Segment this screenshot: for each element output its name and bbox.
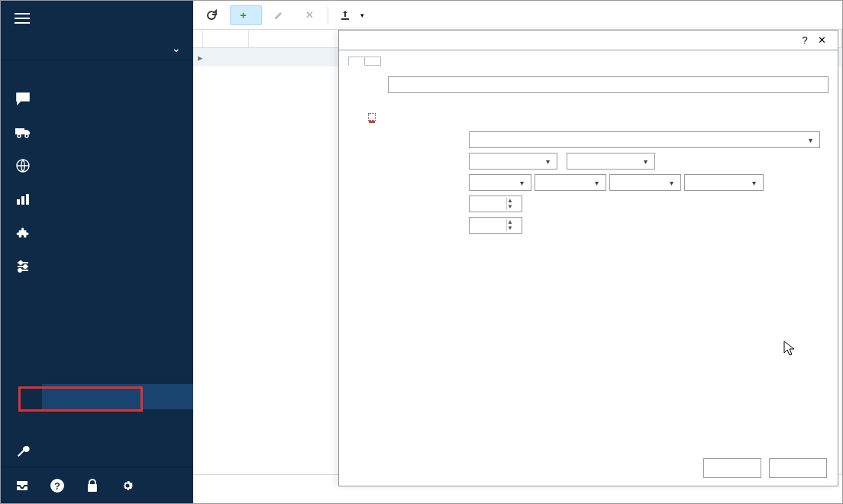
svg-rect-0 [15,128,24,134]
col-cart-rule[interactable] [203,30,249,47]
sidebar-item-addons[interactable] [1,216,193,250]
sidebar-item-orders[interactable] [1,60,193,82]
shipping-select[interactable]: ▾ [684,174,764,191]
total-available-input[interactable]: ▲▼ [469,195,522,212]
delete-rule-button[interactable]: ✕ [297,6,328,24]
tab-information[interactable] [351,113,357,121]
svg-point-8 [24,265,27,268]
sidebar-item-configure[interactable] [1,250,193,283]
chat-icon [15,92,31,105]
customer-select[interactable]: ▾ [469,131,820,148]
inbox-icon[interactable] [15,479,30,493]
export-icon [339,9,351,21]
subnav-contacts[interactable] [42,334,193,359]
bottom-icon-bar: ? [1,467,193,503]
puzzle-icon [15,225,31,241]
svg-point-13 [126,483,130,487]
truck-icon [15,126,31,138]
lang-tab-english[interactable] [348,57,365,66]
nav [1,60,193,467]
sidebar-item-shipping[interactable] [1,115,193,149]
sliders-icon [15,260,31,273]
svg-text:?: ? [54,480,60,492]
cancel-button[interactable] [769,458,827,478]
tab-conditions[interactable] [368,113,376,121]
dialog-tabs [348,113,828,121]
svg-point-9 [18,269,21,272]
ok-button[interactable] [703,458,761,478]
sidebar-item-international[interactable] [1,149,193,183]
tax-select[interactable]: ▾ [609,174,681,191]
subnav-catalog-price-rules[interactable] [42,409,193,435]
sidebar-item-reports[interactable] [1,183,193,216]
close-button[interactable]: ✕ [813,34,830,46]
add-rule-button[interactable]: ＋ [230,5,262,25]
bar-chart-icon [15,192,31,206]
refresh-icon [205,9,218,21]
toolbar: ＋ ✕ ▾ [193,1,842,30]
lang-tab-french[interactable] [365,57,381,66]
sidebar-item-tools[interactable] [1,435,193,467]
subnav-cart-rules[interactable] [42,384,193,409]
dialog-titlebar: ? ✕ [339,31,838,50]
gear-icon[interactable] [120,478,135,493]
help-button[interactable]: ? [796,34,813,46]
tab-actions[interactable] [403,113,409,121]
svg-rect-12 [88,484,97,492]
edit-rule-button[interactable] [266,6,296,24]
edit-cart-rule-dialog: ? ✕ ▾ ▾ [338,30,838,486]
subnav [1,283,193,435]
svg-point-7 [19,261,22,264]
pencil-icon [273,9,285,21]
wrench-icon [15,444,31,459]
chevron-down-icon: ⌄ [172,42,181,54]
svg-rect-5 [21,196,24,205]
x-icon: ✕ [303,9,315,21]
refresh-button[interactable] [199,6,228,24]
caret-down-icon: ▾ [360,11,364,19]
globe-icon [15,158,31,173]
export-button[interactable]: ▾ [333,6,370,24]
sidebar: ⌄ [1,1,193,503]
subnav-profiles[interactable] [42,283,193,309]
currency-select[interactable]: ▾ [535,174,606,191]
country-selector[interactable]: ⌄ [1,36,193,60]
dialog-footer [339,451,838,486]
svg-rect-4 [17,199,20,205]
plus-icon: ＋ [237,9,249,21]
valid-to-input[interactable]: ▾ [567,153,655,170]
hamburger-menu[interactable] [15,13,30,24]
lock-icon[interactable] [85,478,100,493]
subnav-cms[interactable] [42,359,193,384]
min-amount-input[interactable]: ▾ [469,174,531,191]
subnav-permissions[interactable] [42,309,193,334]
help-icon[interactable]: ? [50,478,65,493]
tab-restrictions[interactable] [386,113,392,121]
sidebar-item-customer-service[interactable] [1,82,193,115]
valid-from-input[interactable]: ▾ [469,153,557,170]
name-input[interactable] [388,76,828,93]
language-tabs [348,57,828,66]
svg-point-2 [25,134,28,137]
svg-rect-6 [26,194,29,205]
svg-point-1 [18,134,21,137]
total-available-per-user-input[interactable]: ▲▼ [469,217,522,234]
